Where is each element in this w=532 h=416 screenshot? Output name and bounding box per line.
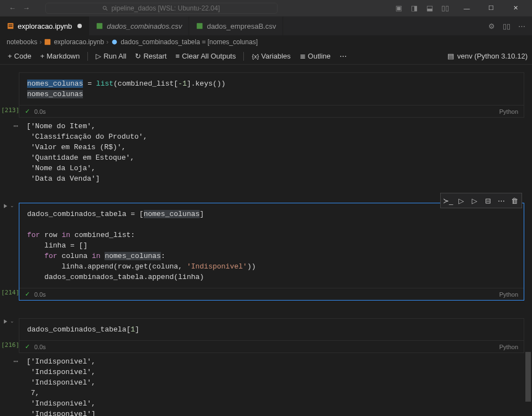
cell-status: ✓ 0.0s Python [19,105,524,117]
svg-rect-4 [197,23,203,29]
editor-tabs: exploracao.ipynb dados_combinados.csv da… [0,17,532,36]
forward-arrow-icon[interactable]: → [23,4,30,12]
code-editor[interactable]: nomes_colunas = list(combined_list[-1].k… [19,73,524,105]
output-indicator-icon[interactable]: ⋯ [2,356,19,366]
tab-dados-combinados[interactable]: dados_combinados.csv [89,17,189,35]
check-icon: ✓ [25,291,30,298]
more-actions-icon[interactable]: ⋯ [495,194,507,207]
restart-icon: ↻ [135,52,141,60]
play-icon[interactable] [2,318,9,325]
cell-language[interactable]: Python [499,344,518,350]
outline-button[interactable]: ≣Outline [296,51,334,61]
titlebar: ← → pipeline_dados [WSL: Ubuntu-22.04] ▣… [0,0,532,17]
notebook-toolbar: +Code +Markdown ▷Run All ↻Restart ≡Clear… [0,48,532,65]
execution-count: [214] [1,289,18,296]
variable-icon [111,38,118,46]
back-arrow-icon[interactable]: ← [9,4,16,12]
tab-label: dados_combinados.csv [107,22,182,30]
notebook-file-icon [7,22,14,30]
split-editor-icon[interactable]: ▯▯ [503,22,510,30]
cell-214: ⌄ ≻_ ▷ ▷ ⊟ ⋯ 🗑 dados_combinados_tabela =… [0,195,532,301]
exec-time: 0.0s [34,108,46,115]
execution-count: [216] [1,341,18,349]
run-gutter[interactable]: ⌄ [2,318,14,325]
window-controls: — ☐ ✕ [455,0,528,17]
code-editor[interactable]: dados_combinados_tabela[1] [19,319,524,340]
cell-status: ✓ 0.0s Python [19,340,524,352]
execute-above-icon[interactable]: ▷ [468,194,481,207]
plus-icon: + [8,52,12,60]
titlebar-actions: ▣ ◨ ⬓ ▯▯ [395,4,449,12]
breadcrumb-item[interactable]: dados_combinados_tabela = [nomes_colunas… [121,38,258,46]
nav-arrows: ← → [4,4,34,12]
variables-icon: {x} [252,53,259,60]
variables-button[interactable]: {x}Variables [248,51,294,61]
server-icon: ▤ [447,52,454,60]
cell-language[interactable]: Python [499,108,518,115]
maximize-button[interactable]: ☐ [479,0,503,17]
minimize-button[interactable]: — [455,0,479,17]
dirty-indicator-icon [77,24,82,28]
layout-sidebar-icon[interactable]: ◨ [410,4,418,12]
layout-bottom-icon[interactable]: ⬓ [426,4,434,12]
tab-exploracao[interactable]: exploracao.ipynb [0,17,89,35]
exec-time: 0.0s [34,291,46,298]
csv-file-icon [96,22,103,30]
tab-dados-empresab[interactable]: dados_empresaB.csv [189,17,283,35]
exec-time: 0.0s [34,344,46,350]
code-cell[interactable]: nomes_colunas = list(combined_list[-1].k… [19,72,524,118]
output-indicator-icon[interactable]: ⋯ [2,121,19,131]
code-cell[interactable]: dados_combinados_tabela[1] ✓ 0.0s Python [19,318,524,353]
separator [243,52,244,61]
notebook-body[interactable]: nomes_colunas = list(combined_list[-1].k… [0,65,532,416]
cell-action-toolbar: ≻_ ▷ ▷ ⊟ ⋯ 🗑 [440,193,522,208]
notebook-file-icon [44,38,51,46]
check-icon: ✓ [25,343,30,350]
play-all-icon: ▷ [96,52,101,60]
breadcrumb[interactable]: notebooks › exploracao.ipynb › dados_com… [0,36,532,48]
svg-point-6 [112,40,117,45]
chevron-down-icon[interactable]: ⌄ [10,318,14,325]
more-icon[interactable]: ⋯ [518,22,525,30]
breadcrumb-item[interactable]: exploracao.ipynb [54,38,104,46]
scrollbar-thumb[interactable] [525,352,531,402]
csv-file-icon [196,22,204,30]
separator [87,52,88,61]
customize-layout-icon[interactable]: ▯▯ [441,4,449,12]
chevron-right-icon: › [39,38,41,46]
split-cell-icon[interactable]: ⊟ [482,194,494,207]
execution-count: [213] [1,107,18,114]
play-icon[interactable] [2,203,9,209]
run-gutter[interactable]: ⌄ [2,203,14,209]
scrollbar[interactable] [524,65,532,416]
add-code-button[interactable]: +Code [4,51,35,61]
gear-icon[interactable]: ⚙ [488,22,495,30]
breadcrumb-item[interactable]: notebooks [7,38,37,46]
restart-button[interactable]: ↻Restart [132,51,170,61]
plus-icon: + [40,52,45,60]
execute-cell-icon[interactable]: ▷ [455,194,467,207]
svg-rect-5 [45,39,51,45]
clear-outputs-button[interactable]: ≡Clear All Outputs [172,51,239,61]
close-button[interactable]: ✕ [503,0,528,17]
add-markdown-button[interactable]: +Markdown [37,51,84,61]
code-cell[interactable]: dados_combinados_tabela = [nomes_colunas… [19,203,524,301]
outline-icon: ≣ [300,52,306,60]
run-by-line-icon[interactable]: ≻_ [442,194,454,207]
cell-output: ['Indisponivel', 'Indisponivel', 'Indisp… [19,353,524,416]
command-center[interactable]: pipeline_dados [WSL: Ubuntu-22.04] [45,3,278,14]
cell-language[interactable]: Python [499,291,518,298]
svg-rect-1 [9,24,13,25]
run-all-button[interactable]: ▷Run All [92,51,129,61]
tab-action-icons: ⚙ ▯▯ ⋯ [482,17,532,35]
tab-label: dados_empresaB.csv [207,22,276,30]
delete-cell-icon[interactable]: 🗑 [508,194,520,207]
kernel-picker[interactable]: ▤ venv (Python 3.10.12) [447,52,528,60]
svg-rect-3 [97,23,103,29]
code-editor[interactable]: dados_combinados_tabela = [nomes_colunas… [19,203,524,288]
more-button[interactable]: ⋯ [336,51,350,61]
clear-icon: ≡ [175,52,180,60]
chevron-right-icon: › [106,38,108,46]
chevron-down-icon[interactable]: ⌄ [10,203,14,209]
layout-panel-icon[interactable]: ▣ [395,4,403,12]
